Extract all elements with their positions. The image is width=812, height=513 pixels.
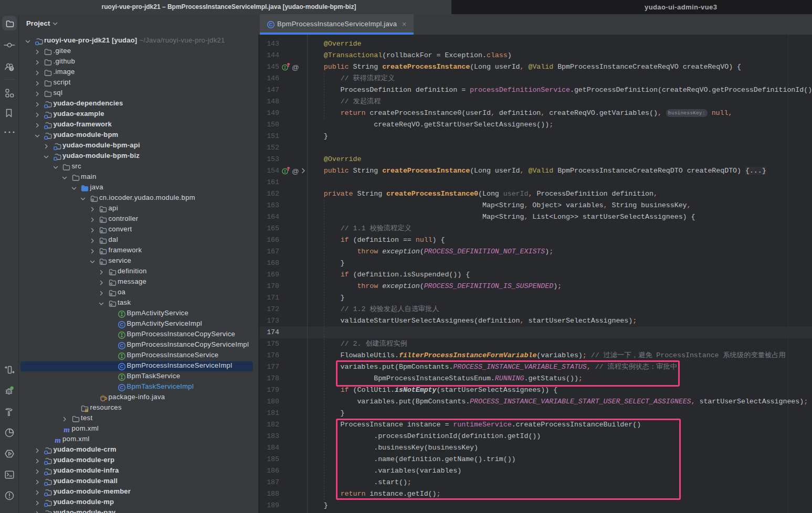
svg-text:C: C bbox=[120, 322, 124, 327]
svg-text:m: m bbox=[64, 425, 70, 434]
svg-text:m: m bbox=[55, 436, 61, 444]
svg-text:C: C bbox=[120, 364, 124, 369]
svg-text:?: ? bbox=[10, 66, 13, 71]
svg-text:@: @ bbox=[292, 63, 299, 71]
svg-text:C: C bbox=[120, 343, 124, 348]
svg-text:@: @ bbox=[292, 167, 299, 175]
svg-text:C: C bbox=[120, 384, 124, 390]
svg-text:C: C bbox=[269, 22, 273, 27]
